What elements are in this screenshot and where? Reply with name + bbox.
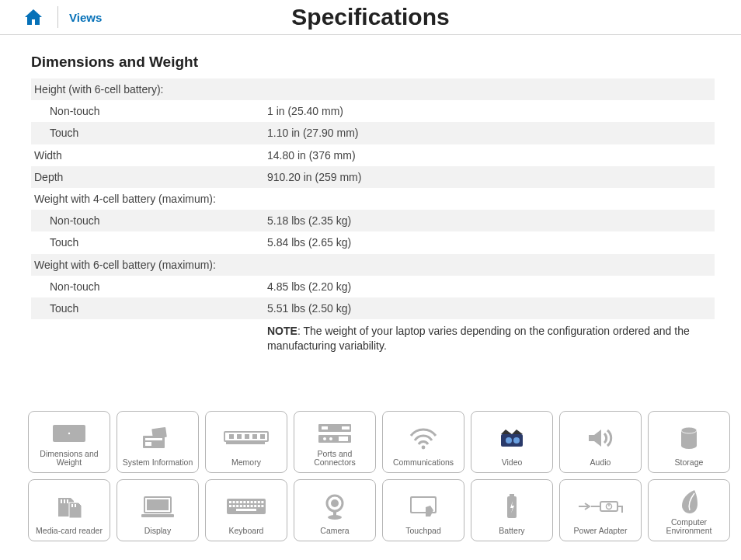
svg-rect-40 [240,501,242,503]
svg-rect-42 [247,501,249,503]
spec-label: Touch [34,301,267,315]
nav-keyboard[interactable]: Keyboard [205,479,287,541]
nav-camera[interactable]: Camera [294,479,376,541]
camera-icon [322,486,347,527]
top-bar: Views Specifications [0,0,741,35]
home-icon[interactable] [23,9,43,26]
nav-label: Camera [320,527,349,536]
nav-label: Display [144,527,171,536]
nav-display[interactable]: Display [117,479,199,541]
svg-point-23 [513,437,520,443]
wifi-icon [408,418,439,458]
svg-rect-9 [245,434,249,439]
nav-storage[interactable]: Storage [648,411,730,473]
svg-point-22 [506,437,512,443]
nav-computer-environment[interactable]: Computer Environment [648,479,730,541]
nav-label: Keyboard [229,527,264,536]
note-row: NOTE: The weight of your laptop varies d… [31,319,710,353]
note-text: NOTE: The weight of your laptop varies d… [267,324,702,353]
spec-row: Width14.80 in (376 mm) [31,144,715,166]
nav-label: Communications [393,458,454,468]
svg-rect-34 [147,499,169,510]
spec-label: Height (with 6-cell battery): [34,82,267,96]
svg-rect-46 [261,501,263,503]
svg-rect-14 [322,426,328,430]
svg-rect-29 [64,499,65,503]
nav-media-card-reader[interactable]: Media-card reader [28,479,110,541]
nav-touchpad[interactable]: Touchpad [382,479,464,541]
svg-rect-55 [258,505,260,507]
spec-label: Touch [34,235,267,249]
svg-point-18 [329,437,332,440]
nav-ports-and-connectors[interactable]: Ports and Connectors [294,411,376,473]
nav-label: Touchpad [405,527,441,536]
svg-rect-31 [71,504,73,507]
svg-rect-38 [233,501,235,503]
svg-rect-12 [226,441,265,444]
svg-rect-52 [247,505,249,507]
svg-point-17 [323,437,326,440]
spec-value: 1 in (25.40 mm) [267,104,715,118]
nav-video[interactable]: Video [471,411,553,473]
separator [57,6,58,28]
nav-label: Storage [675,458,704,468]
nav-power-adapter[interactable]: Power Adapter [559,479,642,541]
spec-value: 1.10 in (27.90 mm) [267,126,715,140]
nav-audio[interactable]: Audio [559,411,642,473]
svg-rect-32 [75,504,76,507]
svg-rect-64 [510,494,514,496]
nav-label: Battery [499,527,524,536]
nav-communications[interactable]: Communications [382,411,464,473]
svg-rect-51 [243,505,245,507]
storage-icon [679,418,699,458]
battery-icon [505,486,519,527]
nav-memory[interactable]: Memory [205,411,287,473]
spec-table: Height (with 6-cell battery):Non-touch1 … [31,78,715,319]
sysinfo-icon [138,418,177,458]
nav-label: Audio [590,458,611,468]
spec-label: Non-touch [34,104,267,118]
views-link[interactable]: Views [69,11,102,24]
nav-battery[interactable]: Battery [471,479,553,541]
svg-rect-49 [236,505,238,507]
environment-icon [679,486,699,518]
spec-label: Non-touch [34,280,267,294]
svg-rect-44 [254,501,256,503]
spec-value: 5.84 lbs (2.65 kg) [267,235,715,249]
memory-icon [223,418,270,458]
touchpad-icon [407,486,440,527]
spec-value: 5.18 lbs (2.35 kg) [267,214,715,228]
svg-rect-8 [237,434,242,439]
spec-row: Touch1.10 in (27.90 mm) [31,122,715,144]
svg-point-26 [681,443,697,449]
nav-label: Media-card reader [36,527,103,536]
svg-rect-56 [261,505,263,507]
svg-rect-19 [339,437,348,441]
svg-rect-35 [141,514,174,517]
spec-label: Non-touch [34,214,267,228]
nav-system-information[interactable]: System Information [117,411,199,473]
svg-rect-47 [229,505,231,507]
svg-rect-53 [251,505,253,507]
nav-label: System Information [123,458,193,468]
spec-row: Touch5.84 lbs (2.65 kg) [31,231,715,253]
spec-row: Weight with 6-cell battery (maximum): [31,254,715,276]
svg-rect-43 [251,501,253,503]
svg-point-59 [331,499,339,507]
spec-value [267,192,715,206]
spec-row: Height (with 6-cell battery): [31,78,715,100]
spec-value: 910.20 in (259 mm) [267,170,715,184]
keyboard-icon [225,486,267,527]
spec-row: Weight with 4-cell battery (maximum): [31,188,715,210]
sdcard-icon [54,486,85,527]
spec-value: 14.80 in (376 mm) [267,148,715,162]
svg-rect-11 [260,434,265,439]
svg-rect-28 [61,499,62,503]
spec-row: Touch5.51 lbs (2.50 kg) [31,297,715,319]
svg-rect-41 [243,501,245,503]
spec-row: Depth910.20 in (259 mm) [31,166,715,188]
nav-dimensions-and-weight[interactable]: Dimensions and Weight [28,411,110,473]
spec-value: 5.51 lbs (2.50 kg) [267,301,715,315]
spec-value [267,258,715,272]
video-icon [495,418,529,458]
